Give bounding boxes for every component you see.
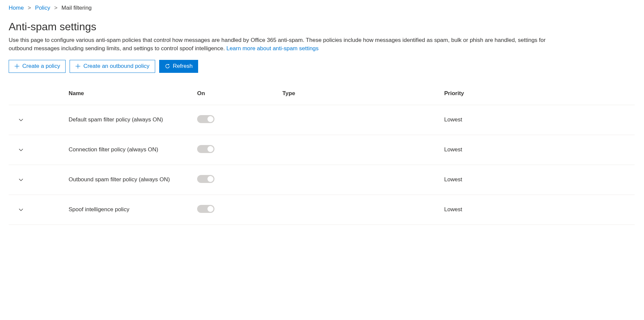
expand-row-button[interactable] <box>17 115 25 124</box>
toggle-knob-icon <box>207 206 213 212</box>
toggle-knob-icon <box>207 176 213 182</box>
expand-row-button[interactable] <box>17 145 25 154</box>
learn-more-link[interactable]: Learn more about anti-spam settings <box>226 45 319 52</box>
policy-toggle[interactable] <box>197 205 214 213</box>
table-row[interactable]: Default spam filter policy (always ON) L… <box>9 105 635 135</box>
column-header-on[interactable]: On <box>194 86 280 105</box>
create-outbound-policy-button[interactable]: Create an outbound policy <box>70 60 155 73</box>
column-header-name[interactable]: Name <box>66 86 194 105</box>
create-policy-button[interactable]: Create a policy <box>9 60 66 73</box>
policy-priority: Lowest <box>442 135 635 165</box>
policy-name: Outbound spam filter policy (always ON) <box>66 165 194 195</box>
policy-name: Spoof intelligence policy <box>66 195 194 225</box>
breadcrumb-separator-icon: > <box>28 5 31 11</box>
breadcrumb: Home > Policy > Mail filtering <box>9 5 635 11</box>
page-description: Use this page to configure various anti-… <box>9 36 568 53</box>
column-header-expand <box>9 86 66 105</box>
column-header-priority[interactable]: Priority <box>442 86 635 105</box>
policy-toggle[interactable] <box>197 145 214 153</box>
page-title: Anti-spam settings <box>9 21 635 33</box>
policy-priority: Lowest <box>442 105 635 135</box>
breadcrumb-current: Mail filtering <box>62 5 92 11</box>
policy-type <box>280 135 442 165</box>
policy-toggle[interactable] <box>197 115 214 123</box>
column-header-type[interactable]: Type <box>280 86 442 105</box>
table-row[interactable]: Outbound spam filter policy (always ON) … <box>9 165 635 195</box>
create-policy-label: Create a policy <box>22 63 60 70</box>
refresh-label: Refresh <box>173 63 193 70</box>
policy-priority: Lowest <box>442 165 635 195</box>
refresh-icon <box>165 64 170 69</box>
expand-row-button[interactable] <box>17 205 25 214</box>
chevron-down-icon <box>18 147 24 153</box>
policy-table: Name On Type Priority De <box>9 86 635 225</box>
toggle-knob-icon <box>207 146 213 152</box>
refresh-button[interactable]: Refresh <box>159 60 198 73</box>
policy-name: Connection filter policy (always ON) <box>66 135 194 165</box>
plus-icon <box>14 64 20 69</box>
policy-type <box>280 165 442 195</box>
table-row[interactable]: Spoof intelligence policy Lowest <box>9 195 635 225</box>
policy-name: Default spam filter policy (always ON) <box>66 105 194 135</box>
create-outbound-label: Create an outbound policy <box>83 63 149 70</box>
chevron-down-icon <box>18 207 24 213</box>
toggle-knob-icon <box>207 116 213 122</box>
policy-type <box>280 105 442 135</box>
policy-type <box>280 195 442 225</box>
chevron-down-icon <box>18 117 24 123</box>
policy-priority: Lowest <box>442 195 635 225</box>
breadcrumb-link-policy[interactable]: Policy <box>35 5 50 11</box>
table-row[interactable]: Connection filter policy (always ON) Low… <box>9 135 635 165</box>
action-bar: Create a policy Create an outbound polic… <box>9 60 635 73</box>
breadcrumb-link-home[interactable]: Home <box>9 5 24 11</box>
plus-icon <box>75 64 81 69</box>
chevron-down-icon <box>18 177 24 183</box>
expand-row-button[interactable] <box>17 175 25 184</box>
policy-toggle[interactable] <box>197 175 214 183</box>
breadcrumb-separator-icon: > <box>54 5 58 11</box>
